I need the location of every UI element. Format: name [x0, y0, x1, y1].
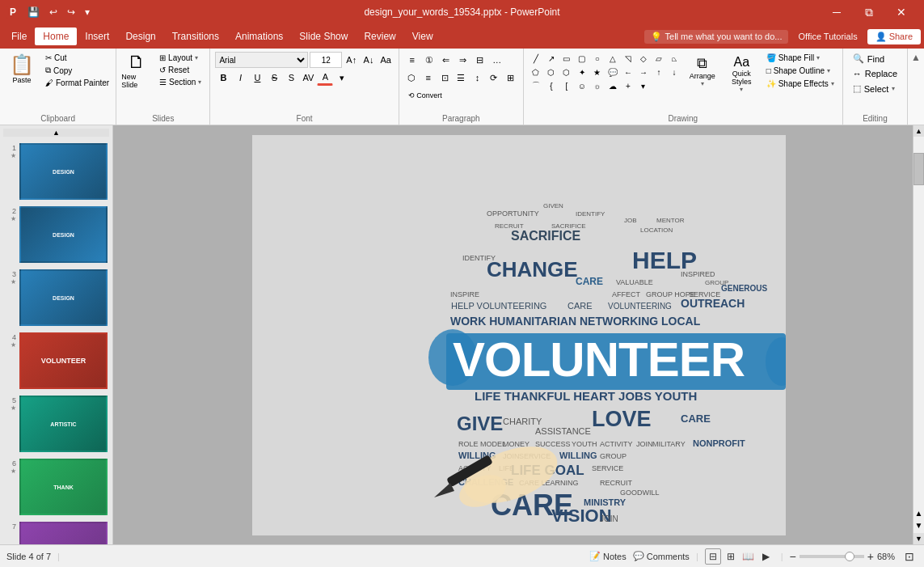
- slide-thumb-7[interactable]: 7 ★: [3, 520, 109, 544]
- save-btn[interactable]: 💾: [24, 5, 43, 19]
- layout-button[interactable]: ⊞ Layout ▾: [156, 52, 205, 64]
- canvas-v-scrollbar[interactable]: ▲ ▲ ▼ ▼: [913, 125, 924, 544]
- help-input[interactable]: 💡 Tell me what you want to do...: [644, 30, 789, 44]
- increase-font-button[interactable]: A↑: [344, 52, 359, 68]
- slide-image-4[interactable]: VOLUNTEER: [19, 332, 108, 389]
- align-left-button[interactable]: ⬡: [404, 70, 420, 86]
- minimize-button[interactable]: ─: [821, 0, 853, 24]
- increase-indent-button[interactable]: ⇒: [455, 52, 471, 68]
- paste-button[interactable]: 📋 Paste: [5, 52, 39, 86]
- bold-button[interactable]: B: [215, 70, 231, 86]
- align-center-button[interactable]: ≡: [420, 70, 436, 86]
- menu-home[interactable]: Home: [35, 28, 77, 45]
- oval-shape[interactable]: ○: [590, 52, 605, 65]
- fit-to-window-button[interactable]: ⊡: [901, 548, 918, 565]
- zoom-slider[interactable]: [800, 555, 864, 558]
- canvas-area[interactable]: OPPORTUNITY GIVEN IDENTIFY SACRIFICE REC…: [113, 125, 924, 544]
- restore-button[interactable]: ⧉: [853, 0, 885, 24]
- uparrow-shape[interactable]: ↑: [652, 66, 666, 78]
- star5-shape[interactable]: ★: [590, 66, 605, 78]
- trapezoid-shape[interactable]: ⏢: [667, 52, 681, 65]
- slide-image-5[interactable]: ARTISTIC: [19, 396, 108, 452]
- comments-button[interactable]: 💬 Comments: [633, 551, 690, 561]
- menu-transitions[interactable]: Transitions: [164, 28, 227, 45]
- rtriangle-shape[interactable]: ◹: [621, 52, 635, 65]
- smiley-shape[interactable]: ☺: [575, 79, 589, 92]
- slide-image-3[interactable]: DESIGN: [19, 269, 108, 326]
- arrow-shape[interactable]: ↗: [544, 52, 559, 65]
- next-slide-button[interactable]: ▼: [913, 519, 924, 531]
- slide-thumb-4[interactable]: 4 ★ VOLUNTEER: [3, 331, 109, 391]
- hexagon-shape[interactable]: ⬡: [544, 66, 559, 78]
- zoom-thumb[interactable]: [845, 552, 854, 561]
- prev-slide-button[interactable]: ▲: [913, 507, 924, 519]
- slide-thumb-2[interactable]: 2 ★ DESIGN: [3, 205, 109, 264]
- font-family-select[interactable]: Arial: [215, 52, 308, 68]
- justify-button[interactable]: ☰: [454, 70, 469, 86]
- text-direction-button[interactable]: ⟳: [486, 70, 501, 86]
- slide-image-2[interactable]: DESIGN: [19, 206, 108, 263]
- round-rect-shape[interactable]: ▢: [575, 52, 589, 65]
- rightarrow-shape[interactable]: →: [636, 66, 651, 78]
- italic-button[interactable]: I: [232, 70, 248, 86]
- font-color-dropdown[interactable]: ▾: [334, 70, 350, 86]
- shadow-button[interactable]: S: [283, 70, 299, 86]
- sun-shape[interactable]: ☼: [590, 79, 605, 92]
- slide-thumb-3[interactable]: 3 ★ DESIGN: [3, 268, 109, 328]
- leftarrow-shape[interactable]: ←: [621, 66, 635, 78]
- close-button[interactable]: ✕: [885, 0, 918, 24]
- panel-scroll-up[interactable]: ▲: [3, 129, 109, 137]
- pentagon-shape[interactable]: ⬠: [529, 66, 543, 78]
- diamond-shape[interactable]: ◇: [636, 52, 651, 65]
- octagon-shape[interactable]: ⬡: [559, 66, 574, 78]
- line-shape[interactable]: ╱: [529, 52, 543, 65]
- font-size-input[interactable]: [310, 52, 342, 68]
- columns-button[interactable]: ⊟: [472, 52, 488, 68]
- slide-thumb-1[interactable]: 1 ★ DESIGN: [3, 142, 109, 201]
- cloud-shape[interactable]: ☁: [605, 79, 620, 92]
- cut-button[interactable]: ✂ Cut: [42, 52, 112, 64]
- reading-view-button[interactable]: 📖: [740, 548, 757, 565]
- office-tutorials-link[interactable]: Office Tutorials: [791, 29, 863, 44]
- spacing-button[interactable]: AV: [300, 70, 316, 86]
- line-spacing-button[interactable]: ↕: [470, 70, 485, 86]
- replace-button[interactable]: ↔ Replace: [848, 67, 902, 80]
- bracket-shape[interactable]: [: [559, 79, 574, 92]
- section-button[interactable]: ☰ Section ▾: [156, 76, 205, 88]
- menu-file[interactable]: File: [3, 28, 35, 45]
- numbering-button[interactable]: ①: [421, 52, 437, 68]
- shape-outline-button[interactable]: □ Shape Outline ▾: [763, 65, 838, 77]
- align-right-button[interactable]: ⊡: [437, 70, 452, 86]
- redo-btn[interactable]: ↪: [64, 5, 78, 19]
- new-slide-button[interactable]: 🗋 New Slide: [121, 52, 151, 89]
- arrange-button[interactable]: ⧉ Arrange ▾: [685, 52, 720, 91]
- select-button[interactable]: ⬚ Select ▾: [848, 82, 902, 95]
- slide-image-6[interactable]: THANK: [19, 459, 108, 515]
- callout-shape[interactable]: 💬: [605, 66, 620, 78]
- shape-effects-button[interactable]: ✨ Shape Effects ▾: [763, 78, 838, 90]
- slide-sorter-button[interactable]: ⊞: [723, 548, 739, 565]
- convert-smartart-button[interactable]: ⟲ Convert: [404, 87, 446, 104]
- slideshow-view-button[interactable]: ▶: [758, 548, 774, 565]
- downarrow-shape[interactable]: ↓: [667, 66, 681, 78]
- smart-art-button[interactable]: ⊞: [503, 70, 518, 86]
- menu-review[interactable]: Review: [356, 28, 403, 45]
- menu-design[interactable]: Design: [117, 28, 163, 45]
- underline-button[interactable]: U: [249, 70, 265, 86]
- scroll-down-button[interactable]: ▼: [913, 533, 924, 544]
- undo-btn[interactable]: ↩: [46, 5, 61, 19]
- notes-button[interactable]: 📝 Notes: [589, 551, 627, 561]
- triangle-shape[interactable]: △: [605, 52, 620, 65]
- slide-thumb-5[interactable]: 5 ★ ARTISTIC: [3, 394, 109, 454]
- plus-shape[interactable]: +: [621, 79, 635, 92]
- rect-shape[interactable]: ▭: [559, 52, 574, 65]
- decrease-font-button[interactable]: A↓: [361, 52, 376, 68]
- help-placeholder[interactable]: Tell me what you want to do...: [665, 32, 783, 41]
- bullets-button[interactable]: ≡: [404, 52, 420, 68]
- reset-button[interactable]: ↺ Reset: [156, 64, 205, 76]
- parallelogram-shape[interactable]: ▱: [652, 52, 666, 65]
- clear-formatting-button[interactable]: Aa: [378, 52, 394, 68]
- customize-btn[interactable]: ▾: [82, 5, 93, 19]
- font-color-button[interactable]: A: [317, 70, 333, 86]
- copy-button[interactable]: ⧉ Copy: [42, 64, 112, 77]
